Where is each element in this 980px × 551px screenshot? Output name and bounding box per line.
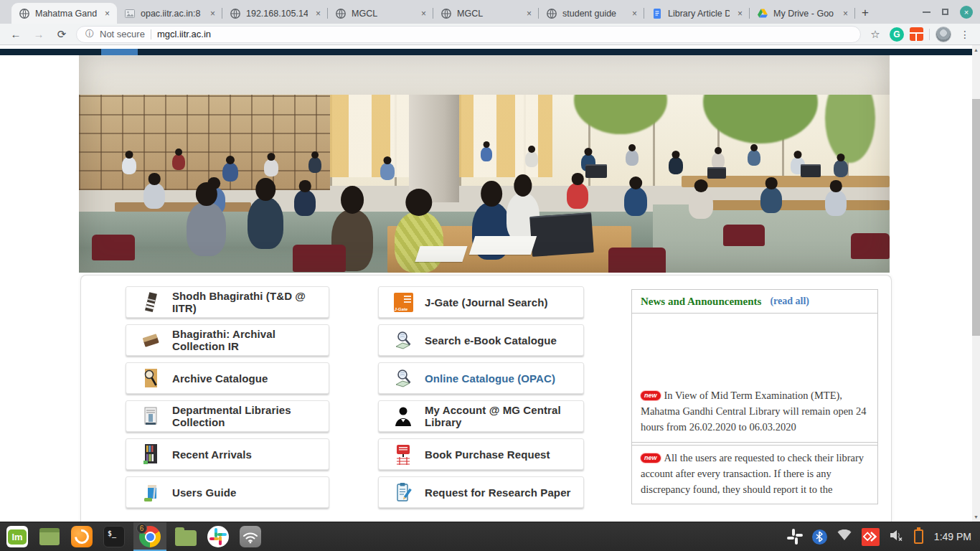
- news-text: All the users are requested to check the…: [641, 452, 864, 495]
- tab-student-guide[interactable]: student guide ×: [539, 3, 644, 24]
- link-opac[interactable]: Online Catalogue (OPAC): [378, 362, 584, 394]
- page-info-icon[interactable]: ⓘ: [85, 28, 94, 40]
- window-controls: ×: [923, 0, 973, 24]
- new-badge-icon: new: [641, 391, 661, 400]
- clipboard-pencil-icon: [393, 481, 413, 503]
- link-departmental-libraries[interactable]: Departmental Libraries Collection: [126, 400, 329, 432]
- site-navbar-active-item: [101, 49, 138, 55]
- link-label: Departmental Libraries Collection: [172, 404, 329, 428]
- restore-button[interactable]: [942, 9, 948, 15]
- news-text: In View of Mid Term Examination (MTE), M…: [641, 390, 866, 433]
- link-bhagirathi-archival[interactable]: Bhagirathi: Archival Collection IR: [126, 324, 329, 356]
- profile-avatar[interactable]: [936, 27, 951, 42]
- tab-close-icon[interactable]: ×: [524, 9, 534, 19]
- tab-close-icon[interactable]: ×: [735, 9, 745, 19]
- link-book-purchase[interactable]: Book Purchase Request: [378, 438, 584, 470]
- mint-menu-button[interactable]: lm: [4, 522, 30, 551]
- guide-book-icon: [141, 481, 161, 503]
- link-label: Request for Research Paper: [425, 486, 571, 499]
- bookmark-star-icon[interactable]: ☆: [867, 28, 884, 41]
- magnifier-book-icon: [393, 329, 413, 351]
- new-tab-button[interactable]: +: [855, 3, 875, 23]
- scrollbar-thumb[interactable]: [972, 99, 980, 336]
- network-icon[interactable]: [837, 529, 852, 544]
- request-stamp-icon: [393, 443, 413, 465]
- minimize-button[interactable]: [923, 11, 930, 13]
- news-scroll-gap: [632, 314, 877, 383]
- browser-menu-icon[interactable]: ⋮: [957, 29, 973, 40]
- link-my-account[interactable]: My Account @ MG Central Library: [378, 400, 584, 432]
- tab-opac[interactable]: opac.iitr.ac.in:8 ×: [117, 3, 222, 24]
- back-button[interactable]: ←: [7, 28, 24, 40]
- file-manager-button[interactable]: [173, 522, 199, 551]
- link-recent-arrivals[interactable]: Recent Arrivals: [126, 438, 329, 470]
- tab-close-icon[interactable]: ×: [313, 9, 324, 19]
- new-badge-icon: new: [641, 453, 661, 463]
- show-desktop-icon: [39, 528, 60, 545]
- tab-library-article[interactable]: Library Article D ×: [644, 3, 750, 24]
- link-shodh-bhagirathi[interactable]: Shodh Bhagirathi (T&D @ IITR): [126, 286, 329, 318]
- link-research-paper[interactable]: Request for Research Paper: [378, 476, 584, 508]
- extension-icon[interactable]: [910, 27, 923, 41]
- close-button[interactable]: ×: [960, 6, 973, 19]
- tab-mgcl-2[interactable]: MGCL ×: [433, 3, 539, 24]
- terminal-button[interactable]: $_: [101, 522, 127, 551]
- tab-close-icon[interactable]: ×: [629, 9, 640, 19]
- firefox-button[interactable]: [69, 522, 95, 551]
- slack-tray-icon[interactable]: [787, 529, 803, 545]
- link-label: Recent Arrivals: [172, 448, 252, 461]
- magnifier-document-icon: [141, 367, 161, 389]
- grammarly-extension-icon[interactable]: G: [890, 27, 904, 42]
- anydesk-icon[interactable]: [862, 528, 880, 546]
- link-archive-catalogue[interactable]: Archive Catalogue: [126, 362, 329, 394]
- address-bar[interactable]: ⓘ Not secure mgcl.iitr.ac.in: [76, 26, 861, 43]
- link-label: Archive Catalogue: [172, 372, 268, 385]
- tab-my-drive[interactable]: My Drive - Goo ×: [750, 3, 855, 24]
- current-url: mgcl.iitr.ac.in: [157, 29, 211, 39]
- link-label: Shodh Bhagirathi (T&D @ IITR): [172, 290, 329, 314]
- image-placeholder-icon: [124, 8, 136, 19]
- tab-close-icon[interactable]: ×: [102, 9, 113, 19]
- scroll-down-arrow[interactable]: ▼: [972, 512, 980, 522]
- globe-icon: [335, 8, 347, 19]
- library-building-icon: [141, 405, 161, 427]
- reload-button[interactable]: ⟳: [53, 28, 70, 41]
- chrome-button[interactable]: 6: [133, 522, 166, 551]
- link-jgate[interactable]: J-Gate J-Gate (Journal Search): [378, 286, 584, 318]
- globe-icon: [546, 8, 557, 19]
- wifi-app-button[interactable]: [237, 522, 263, 551]
- folder-icon: [175, 530, 197, 546]
- tab-title: My Drive - Goo: [773, 9, 835, 19]
- thesis-books-icon: [141, 291, 161, 313]
- news-panel: News and Announcements (read all) newIn …: [631, 289, 878, 504]
- person-icon: [393, 405, 413, 427]
- google-docs-icon: [651, 8, 663, 19]
- tab-title: student guide: [562, 9, 624, 19]
- tab-ip-address[interactable]: 192.168.105.14 ×: [222, 3, 328, 24]
- page-scrollbar[interactable]: ▲ ▼: [972, 45, 980, 522]
- tab-title: 192.168.105.14: [246, 9, 308, 19]
- tab-title: opac.iitr.ac.in:8: [141, 9, 202, 19]
- bluetooth-icon[interactable]: [812, 529, 827, 545]
- volume-muted-icon[interactable]: [889, 529, 905, 545]
- close-icon: ×: [964, 8, 969, 17]
- tab-title: Mahatma Gand: [35, 9, 97, 19]
- tab-mgcl-1[interactable]: MGCL ×: [328, 3, 433, 24]
- link-ebook-catalogue[interactable]: Search e-Book Catalogue: [378, 324, 584, 356]
- news-read-all-link[interactable]: (read all): [770, 296, 809, 307]
- link-users-guide[interactable]: Users Guide: [126, 476, 329, 508]
- tab-close-icon[interactable]: ×: [840, 9, 851, 19]
- tab-mahatma-gandhi[interactable]: Mahatma Gand ×: [11, 3, 117, 24]
- desktop-screen: Mahatma Gand × opac.iitr.ac.in:8 × 192.1…: [0, 0, 980, 551]
- battery-icon[interactable]: [914, 529, 923, 544]
- tab-close-icon[interactable]: ×: [207, 9, 218, 19]
- tab-close-icon[interactable]: ×: [418, 9, 429, 19]
- slack-button[interactable]: [205, 522, 231, 551]
- news-header: News and Announcements (read all): [632, 290, 877, 314]
- show-desktop-button[interactable]: [37, 522, 62, 551]
- globe-icon: [440, 8, 452, 19]
- urlbar-divider: [151, 29, 151, 39]
- taskbar-launchers: lm $_ 6: [0, 522, 263, 551]
- forward-button[interactable]: →: [30, 28, 47, 40]
- scroll-up-arrow[interactable]: ▲: [972, 45, 980, 55]
